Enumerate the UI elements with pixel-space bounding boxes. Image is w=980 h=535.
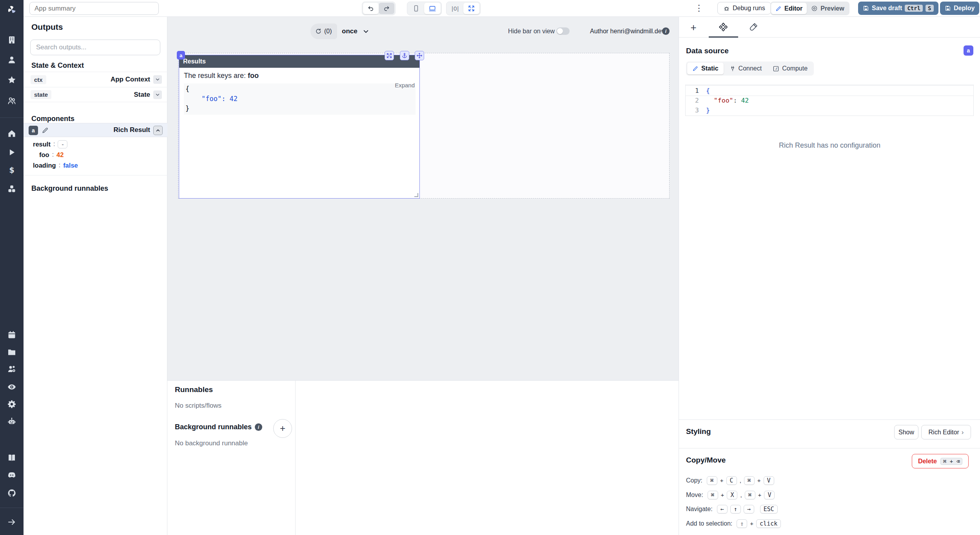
plus-separator: + xyxy=(750,520,753,527)
shortcut-row-navigate: Navigate: ← ↑ → ESC xyxy=(686,504,778,514)
fullscreen-button[interactable] xyxy=(463,3,479,14)
move-icon[interactable] xyxy=(415,51,424,60)
groups-icon[interactable] xyxy=(7,96,16,105)
kbd-x: X xyxy=(727,491,737,499)
output-row-ctx[interactable]: ctx App Context xyxy=(24,72,167,87)
preview-eye-icon xyxy=(811,5,818,12)
anchor-icon[interactable] xyxy=(400,51,409,60)
component-id-badge[interactable]: a xyxy=(29,126,38,135)
code-line: 3 } xyxy=(686,105,973,115)
collapse-chevron-up-icon[interactable] xyxy=(153,126,163,135)
workspace-icon[interactable] xyxy=(7,35,16,45)
component-row-a[interactable]: a Rich Result xyxy=(24,123,167,137)
styling-show-button[interactable]: Show xyxy=(894,425,918,439)
tab-compute[interactable]: f Compute xyxy=(768,63,813,74)
settings-gear-icon[interactable] xyxy=(7,399,16,409)
component-tag-badge[interactable]: a xyxy=(177,51,185,60)
info-icon[interactable]: i xyxy=(662,27,670,35)
desktop-view-button[interactable] xyxy=(424,3,441,14)
schedules-calendar-icon[interactable] xyxy=(7,330,16,340)
output-row-state[interactable]: state State xyxy=(24,87,167,102)
tab-static[interactable]: Static xyxy=(687,63,724,74)
workers-users-cog-icon[interactable] xyxy=(7,364,16,374)
tree-colon: : xyxy=(52,151,54,158)
tab-preview[interactable]: Preview xyxy=(807,3,848,14)
docs-book-icon[interactable] xyxy=(7,453,16,463)
chevron-right-icon: › xyxy=(962,428,964,436)
code-key: "foo" xyxy=(706,97,733,104)
run-mode-select[interactable]: once xyxy=(342,27,358,35)
audit-logs-eye-icon[interactable] xyxy=(7,382,16,392)
kbd-arrow-up: ↑ xyxy=(730,505,741,513)
folders-icon[interactable] xyxy=(7,347,16,357)
redo-icon xyxy=(383,5,390,12)
save-draft-button[interactable]: Save draft Ctrl S xyxy=(858,2,938,15)
settings-panel: + Data source a Static Connect f Compute… xyxy=(679,17,980,535)
collapse-minus-button[interactable]: - xyxy=(58,140,67,148)
state-badge[interactable]: state xyxy=(31,90,51,99)
info-icon[interactable]: i xyxy=(255,423,262,431)
json-close-brace: } xyxy=(185,105,189,112)
component-title: Results xyxy=(183,58,206,65)
resize-handle[interactable] xyxy=(414,193,418,197)
hide-bar-toggle[interactable] xyxy=(556,27,570,35)
plug-icon xyxy=(730,65,736,72)
kbd-esc: ESC xyxy=(760,505,778,513)
chevron-down-icon[interactable] xyxy=(362,28,370,35)
tab-styling[interactable] xyxy=(747,22,759,33)
deploy-save-icon xyxy=(945,5,951,11)
styling-title: Styling xyxy=(686,427,711,436)
edit-pencil-icon[interactable] xyxy=(42,127,49,134)
collapse-arrow-icon[interactable] xyxy=(7,517,16,527)
delete-component-button[interactable]: Delete ⌘ + ⌫ xyxy=(912,454,969,468)
user-icon[interactable] xyxy=(7,55,16,65)
windmill-logo-icon[interactable] xyxy=(7,5,16,14)
result-keys-bold: foo xyxy=(248,72,259,80)
github-icon[interactable] xyxy=(7,488,16,498)
rich-editor-button[interactable]: Rich Editor › xyxy=(921,425,971,439)
runnables-panel: Runnables No scripts/flows Background ru… xyxy=(167,380,679,535)
redo-button[interactable] xyxy=(379,3,394,14)
show-label: Show xyxy=(898,429,914,436)
comma-separator: , xyxy=(740,477,741,484)
deploy-button[interactable]: Deploy xyxy=(940,2,979,15)
debug-runs-button[interactable]: Debug runs xyxy=(717,2,771,14)
kbd-arrow-left: ← xyxy=(717,505,728,513)
expand-component-icon[interactable] xyxy=(385,51,394,60)
tree-value-number: 42 xyxy=(56,151,64,159)
app-summary-input[interactable] xyxy=(29,2,159,15)
variables-dollar-icon[interactable]: $ xyxy=(7,166,16,175)
tab-component-settings[interactable] xyxy=(717,22,729,33)
mobile-icon xyxy=(412,5,420,12)
chevron-down-icon[interactable] xyxy=(153,90,162,99)
undo-button[interactable] xyxy=(363,3,379,14)
json-code-editor[interactable]: 1 { 2 "foo": 42 3 } xyxy=(685,85,974,116)
spacing-button[interactable]: |0| xyxy=(447,3,463,14)
rich-result-component[interactable]: a Results The result keys are: foo Expan… xyxy=(179,55,420,199)
ctx-badge[interactable]: ctx xyxy=(31,75,46,84)
chevron-down-icon[interactable] xyxy=(153,75,162,84)
delete-label: Delete xyxy=(918,458,937,465)
resources-boxes-icon[interactable] xyxy=(7,184,16,193)
expand-json-link[interactable]: Expand xyxy=(395,82,415,89)
search-outputs-input[interactable] xyxy=(30,40,160,55)
tab-connect[interactable]: Connect xyxy=(724,63,767,74)
ai-robot-icon[interactable] xyxy=(7,417,16,426)
component-header[interactable]: Results xyxy=(179,55,419,68)
mobile-view-button[interactable] xyxy=(408,3,424,14)
kbd-shift: ⇧ xyxy=(737,519,747,528)
runs-play-icon[interactable] xyxy=(7,148,16,157)
fx-square-icon: f xyxy=(773,65,779,72)
component-type-label: Rich Result xyxy=(113,126,150,134)
refresh-icon xyxy=(315,28,322,35)
add-background-runnable-button[interactable]: + xyxy=(273,419,292,438)
fullscreen-icon xyxy=(468,5,475,12)
more-options-kebab-icon[interactable]: ⋮ xyxy=(695,2,703,14)
favorites-star-icon[interactable] xyxy=(7,75,16,85)
discord-icon[interactable] xyxy=(7,470,16,480)
tab-editor[interactable]: Editor xyxy=(771,3,807,14)
refresh-count-button[interactable]: (0) xyxy=(310,23,337,39)
shortcut-label: Copy: xyxy=(686,477,702,484)
home-icon[interactable] xyxy=(7,129,16,138)
tab-insert-component[interactable]: + xyxy=(688,22,699,33)
